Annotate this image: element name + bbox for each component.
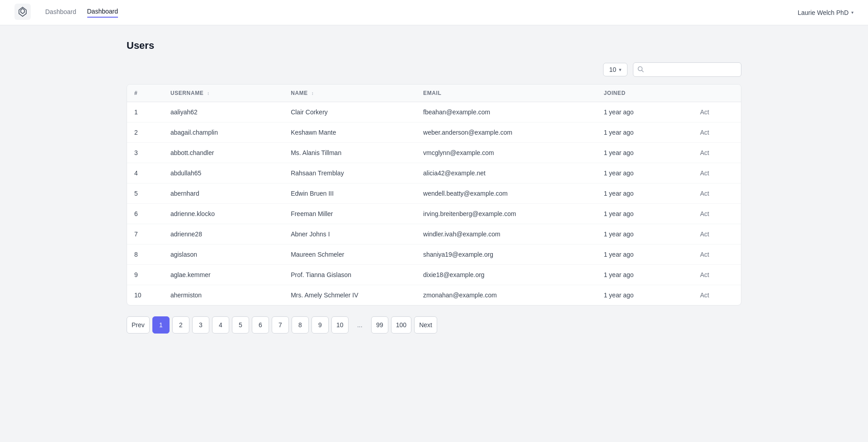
users-table: # USERNAME ↕ NAME ↕ EMAIL JOINED	[127, 85, 741, 305]
pagination-page-9[interactable]: 9	[311, 316, 329, 334]
cell-username: abagail.champlin	[163, 122, 283, 143]
col-header-username[interactable]: USERNAME ↕	[163, 85, 283, 102]
pagination-pages: 12345678910...99100	[152, 316, 411, 334]
cell-name: Prof. Tianna Gislason	[283, 265, 416, 285]
col-header-name[interactable]: NAME ↕	[283, 85, 416, 102]
cell-num: 4	[127, 163, 163, 183]
cell-action[interactable]: Act	[693, 204, 741, 224]
pagination-page-10[interactable]: 10	[331, 316, 349, 334]
cell-email: shaniya19@example.org	[416, 245, 596, 265]
table-row: 6 adrienne.klocko Freeman Miller irving.…	[127, 204, 741, 224]
cell-email: windler.ivah@example.com	[416, 224, 596, 245]
pagination-page-7[interactable]: 7	[272, 316, 289, 334]
nav-link-dashboard-active[interactable]: Dashboard	[87, 8, 118, 18]
cell-action[interactable]: Act	[693, 245, 741, 265]
table-row: 7 adrienne28 Abner Johns I windler.ivah@…	[127, 224, 741, 245]
cell-email: vmcglynn@example.com	[416, 143, 596, 163]
page-container: Users 10 ▾ #	[0, 25, 868, 348]
cell-joined: 1 year ago	[596, 285, 693, 306]
pagination-page-8[interactable]: 8	[292, 316, 309, 334]
cell-joined: 1 year ago	[596, 183, 693, 204]
pagination-prev[interactable]: Prev	[127, 316, 150, 334]
cell-name: Ms. Alanis Tillman	[283, 143, 416, 163]
cell-num: 3	[127, 143, 163, 163]
cell-action[interactable]: Act	[693, 183, 741, 204]
cell-email: dixie18@example.org	[416, 265, 596, 285]
cell-username: aaliyah62	[163, 102, 283, 122]
cell-email: wendell.beatty@example.com	[416, 183, 596, 204]
logo[interactable]	[14, 4, 31, 21]
search-container	[633, 62, 741, 77]
pagination-page-3[interactable]: 3	[192, 316, 209, 334]
pagination-next[interactable]: Next	[414, 316, 437, 334]
nav-link-dashboard-inactive[interactable]: Dashboard	[45, 8, 76, 17]
pagination-page-1[interactable]: 1	[152, 316, 170, 334]
name-sort-icon: ↕	[311, 91, 314, 96]
navbar-links: Dashboard Dashboard	[45, 8, 797, 18]
cell-name: Maureen Schmeler	[283, 245, 416, 265]
cell-joined: 1 year ago	[596, 163, 693, 183]
username-sort-icon: ↕	[207, 91, 210, 96]
pagination-dots: ...	[351, 316, 368, 334]
cell-num: 5	[127, 183, 163, 204]
cell-num: 8	[127, 245, 163, 265]
cell-action[interactable]: Act	[693, 163, 741, 183]
cell-name: Freeman Miller	[283, 204, 416, 224]
cell-num: 7	[127, 224, 163, 245]
cell-email: fbeahan@example.com	[416, 102, 596, 122]
cell-action[interactable]: Act	[693, 143, 741, 163]
user-chevron-icon: ▾	[851, 10, 854, 15]
per-page-select[interactable]: 10 ▾	[603, 63, 627, 76]
table-row: 4 abdullah65 Rahsaan Tremblay alicia42@e…	[127, 163, 741, 183]
table-row: 5 abernhard Edwin Bruen III wendell.beat…	[127, 183, 741, 204]
svg-rect-0	[14, 4, 31, 20]
cell-name: Rahsaan Tremblay	[283, 163, 416, 183]
table-row: 2 abagail.champlin Keshawn Mante weber.a…	[127, 122, 741, 143]
cell-num: 2	[127, 122, 163, 143]
pagination-page-100[interactable]: 100	[391, 316, 411, 334]
cell-username: adrienne.klocko	[163, 204, 283, 224]
cell-action[interactable]: Act	[693, 102, 741, 122]
search-icon	[637, 66, 644, 74]
table-row: 8 agislason Maureen Schmeler shaniya19@e…	[127, 245, 741, 265]
cell-num: 6	[127, 204, 163, 224]
table-row: 1 aaliyah62 Clair Corkery fbeahan@exampl…	[127, 102, 741, 122]
navbar: Dashboard Dashboard Laurie Welch PhD ▾	[0, 0, 868, 25]
table-row: 9 aglae.kemmer Prof. Tianna Gislason dix…	[127, 265, 741, 285]
cell-name: Keshawn Mante	[283, 122, 416, 143]
pagination-page-5[interactable]: 5	[232, 316, 249, 334]
col-header-action	[693, 85, 741, 102]
navbar-user-menu[interactable]: Laurie Welch PhD ▾	[797, 9, 854, 16]
col-header-joined: JOINED	[596, 85, 693, 102]
cell-action[interactable]: Act	[693, 122, 741, 143]
cell-joined: 1 year ago	[596, 122, 693, 143]
cell-joined: 1 year ago	[596, 204, 693, 224]
pagination-page-99[interactable]: 99	[371, 316, 388, 334]
cell-username: abbott.chandler	[163, 143, 283, 163]
pagination-page-4[interactable]: 4	[212, 316, 229, 334]
cell-email: irving.breitenberg@example.com	[416, 204, 596, 224]
cell-username: adrienne28	[163, 224, 283, 245]
cell-joined: 1 year ago	[596, 224, 693, 245]
cell-num: 1	[127, 102, 163, 122]
cell-name: Mrs. Amely Schmeler IV	[283, 285, 416, 306]
user-name: Laurie Welch PhD	[797, 9, 849, 16]
cell-action[interactable]: Act	[693, 265, 741, 285]
pagination-page-2[interactable]: 2	[172, 316, 189, 334]
cell-name: Edwin Bruen III	[283, 183, 416, 204]
per-page-value: 10	[609, 66, 616, 73]
col-header-num: #	[127, 85, 163, 102]
cell-action[interactable]: Act	[693, 224, 741, 245]
pagination-page-6[interactable]: 6	[252, 316, 269, 334]
cell-action[interactable]: Act	[693, 285, 741, 306]
search-input[interactable]	[633, 62, 741, 77]
cell-email: alicia42@example.net	[416, 163, 596, 183]
cell-num: 10	[127, 285, 163, 306]
table-header: # USERNAME ↕ NAME ↕ EMAIL JOINED	[127, 85, 741, 102]
table-body: 1 aaliyah62 Clair Corkery fbeahan@exampl…	[127, 102, 741, 306]
pagination: Prev 12345678910...99100 Next	[127, 316, 741, 334]
toolbar: 10 ▾	[127, 62, 741, 77]
table-row: 10 ahermiston Mrs. Amely Schmeler IV zmo…	[127, 285, 741, 306]
cell-username: aglae.kemmer	[163, 265, 283, 285]
cell-joined: 1 year ago	[596, 102, 693, 122]
